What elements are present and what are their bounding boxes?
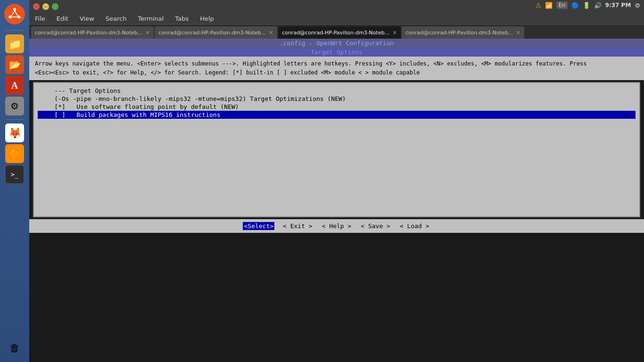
menu-view[interactable]: View: [78, 14, 96, 23]
tab-2-title: conrad@conrad-HP-Pavilion-dm3-Noteb...: [158, 30, 266, 36]
volume-icon[interactable]: 🔊: [594, 2, 602, 9]
alert-icon: ⚠: [536, 1, 542, 9]
sidebar-icon-terminal[interactable]: >_: [5, 165, 24, 184]
sidebar: 📁 📂 A ⚙ 🦊 🔶 >_ 🗑: [0, 0, 29, 362]
tab-3-title: conrad@conrad-HP-Pavilion-dm3-Noteb...: [282, 30, 389, 36]
footer-save-button[interactable]: < Save >: [360, 222, 391, 230]
sidebar-icon-files[interactable]: 📁: [5, 34, 24, 53]
minimize-button[interactable]: −: [42, 3, 49, 10]
close-button[interactable]: ×: [33, 3, 40, 10]
bluetooth-icon[interactable]: 🔵: [571, 2, 579, 9]
terminal-prompt-area[interactable]: [29, 233, 644, 362]
tab-1-close[interactable]: ×: [145, 30, 150, 35]
menu-terminal[interactable]: Terminal: [136, 14, 165, 23]
window-controls: × − □: [33, 3, 58, 10]
sidebar-icon-vlc[interactable]: 🔶: [5, 144, 24, 163]
tab-4-title: conrad@conrad-HP-Pavilion-dm3-Noteb...: [405, 30, 513, 36]
tab-3-close[interactable]: ×: [392, 30, 397, 35]
sidebar-icon-font[interactable]: A: [5, 76, 24, 95]
sidebar-icon-folder[interactable]: 📂: [5, 55, 24, 74]
kconfig-header-line2: <Esc><Esc> to exit, <?> for Help, </> fo…: [35, 68, 638, 77]
minimize-icon: −: [44, 4, 48, 9]
kconfig-header-line1: Arrow keys navigate the menu. <Enter> se…: [35, 59, 638, 68]
sidebar-trash-area: 🗑: [5, 338, 24, 357]
kconfig-item-2: (-Os -pipe -mno-branch-likely -mips32 -m…: [38, 95, 636, 103]
terminal-content: .config - OpenWrt Configuration Target O…: [29, 39, 644, 362]
terminal-icon: >_: [11, 171, 19, 178]
sidebar-divider-2: [5, 119, 24, 120]
vlc-icon: 🔶: [8, 148, 21, 160]
kconfig-section-title-text: Target Options: [311, 49, 363, 56]
trash-icon: 🗑: [9, 342, 20, 354]
sidebar-icon-ubuntu[interactable]: [4, 4, 25, 25]
system-tray: ⚠ 📶 En 🔵 🔋 🔊 9:37 PM ⚙: [532, 0, 644, 10]
sidebar-icon-settings[interactable]: ⚙: [5, 97, 24, 115]
kconfig-item-3: [*] Use software floating point by defau…: [38, 103, 636, 111]
menu-file[interactable]: File: [33, 14, 47, 23]
tab-4[interactable]: conrad@conrad-HP-Pavilion-dm3-Noteb... ×: [402, 26, 524, 39]
menu-bar: File Edit View Search Terminal Tabs Help: [29, 13, 644, 25]
wifi-icon[interactable]: 📶: [545, 2, 553, 9]
kconfig-section-title: Target Options: [29, 48, 644, 57]
gear-icon: ⚙: [10, 100, 19, 112]
footer-load-button[interactable]: < Load >: [399, 222, 430, 230]
kconfig-title: .config - OpenWrt Configuration: [280, 40, 394, 47]
power-icon[interactable]: ⚙: [635, 2, 640, 9]
lang-indicator[interactable]: En: [556, 1, 567, 9]
tab-1[interactable]: conrad@conrad-HP-Pavilion-dm3-Noteb... ×: [31, 26, 154, 39]
folder-icon: 📂: [9, 59, 21, 70]
battery-icon[interactable]: 🔋: [583, 2, 590, 9]
footer-select-button[interactable]: <Select>: [243, 222, 274, 230]
menu-edit[interactable]: Edit: [55, 14, 70, 23]
kconfig-window: .config - OpenWrt Configuration Target O…: [29, 39, 644, 362]
kconfig-item-1: --- Target Options: [38, 87, 636, 95]
maximize-icon: □: [53, 4, 58, 9]
kconfig-footer: <Select> < Exit > < Help > < Save > < Lo…: [29, 219, 644, 233]
tab-2-close[interactable]: ×: [269, 30, 273, 35]
kconfig-item-4[interactable]: [ ] Build packages with MIPS16 instructi…: [38, 111, 636, 119]
clock: 9:37 PM: [605, 2, 631, 8]
sidebar-divider-1: [5, 30, 24, 31]
footer-help-button[interactable]: < Help >: [321, 222, 353, 230]
tab-1-title: conrad@conrad-HP-Pavilion-dm3-Noteb...: [35, 30, 142, 36]
tab-3[interactable]: conrad@conrad-HP-Pavilion-dm3-Noteb... ×: [278, 26, 401, 39]
kconfig-header: Arrow keys navigate the menu. <Enter> se…: [29, 57, 644, 80]
tab-2[interactable]: conrad@conrad-HP-Pavilion-dm3-Noteb... ×: [155, 26, 277, 39]
footer-exit-button[interactable]: < Exit >: [282, 222, 314, 230]
kconfig-title-bar: .config - OpenWrt Configuration: [29, 39, 644, 48]
menu-search[interactable]: Search: [104, 14, 129, 23]
close-icon: ×: [34, 4, 38, 9]
sidebar-icon-firefox[interactable]: 🦊: [5, 123, 24, 142]
kconfig-body[interactable]: --- Target Options (-Os -pipe -mno-branc…: [33, 82, 640, 217]
sidebar-icon-trash[interactable]: 🗑: [5, 338, 24, 357]
menu-tabs[interactable]: Tabs: [173, 14, 190, 23]
maximize-button[interactable]: □: [52, 3, 58, 10]
font-icon: A: [11, 80, 18, 91]
tab-4-close[interactable]: ×: [516, 30, 520, 35]
terminal-window: × − □ File Edit View Search Terminal Tab…: [29, 0, 644, 362]
tabs-bar: conrad@conrad-HP-Pavilion-dm3-Noteb... ×…: [29, 25, 644, 39]
menu-help[interactable]: Help: [198, 14, 216, 23]
firefox-icon: 🦊: [8, 127, 21, 139]
files-icon: 📁: [8, 38, 21, 50]
